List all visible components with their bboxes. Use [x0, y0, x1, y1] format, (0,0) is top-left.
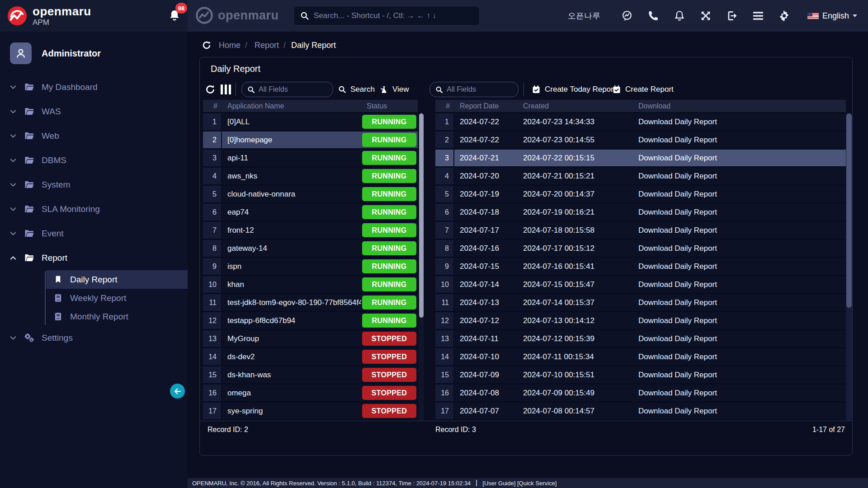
application-row[interactable]: 17sye-springSTOPPED — [203, 403, 418, 421]
application-row[interactable]: 11test-jdk8-tom9-egov-80-190-77bf8564f4R… — [203, 294, 418, 312]
report-row[interactable]: 82024-07-162024-07-17 00:15:12Download D… — [435, 240, 846, 258]
hamburger-menu-icon[interactable] — [752, 10, 764, 22]
openmaru-logo-icon[interactable] — [7, 5, 28, 26]
openmaru-chat-icon[interactable] — [621, 10, 633, 22]
breadcrumb-home[interactable]: Home — [219, 41, 241, 50]
sidebar-item-system[interactable]: System — [0, 173, 188, 197]
download-daily-report-link[interactable]: Download Daily Report — [633, 204, 773, 222]
download-daily-report-link[interactable]: Download Daily Report — [633, 294, 773, 312]
footer-links[interactable]: [User Guide] [Quick Service] — [482, 480, 557, 487]
application-row[interactable]: 4aws_nksRUNNING — [203, 168, 418, 186]
column-header-status[interactable]: Status — [361, 100, 418, 112]
application-row[interactable]: 10khanRUNNING — [203, 276, 418, 294]
sidebar-item-web[interactable]: Web — [0, 124, 188, 148]
report-row[interactable]: 172024-07-072024-07-08 00:14:57Download … — [435, 403, 846, 421]
columns-icon[interactable] — [221, 84, 231, 94]
application-row[interactable]: 5cloud-native-onnaraRUNNING — [203, 186, 418, 204]
application-row[interactable]: 13MyGroupSTOPPED — [203, 330, 418, 348]
report-row[interactable]: 92024-07-152024-07-16 00:15:41Download D… — [435, 258, 846, 276]
column-header-report-date[interactable]: Report Date — [454, 100, 518, 112]
view-button[interactable]: View — [380, 82, 409, 97]
breadcrumb-report[interactable]: Report — [255, 41, 279, 50]
bell-icon[interactable] — [674, 10, 685, 22]
download-daily-report-link[interactable]: Download Daily Report — [633, 168, 773, 186]
scrollbar-thumb[interactable] — [846, 113, 852, 308]
sidebar-item-settings[interactable]: Settings — [0, 326, 188, 350]
sidebar-item-sla-monitoring[interactable]: SLA Monitoring — [0, 197, 188, 221]
user-card[interactable]: Administrator — [0, 32, 188, 64]
report-row[interactable]: 72024-07-172024-07-18 00:15:58Download D… — [435, 222, 846, 240]
report-row[interactable]: 132024-07-112024-07-12 00:15:39Download … — [435, 330, 846, 348]
application-row[interactable]: 8gateway-14RUNNING — [203, 240, 418, 258]
report-table-scrollbar[interactable] — [846, 113, 852, 421]
application-row[interactable]: 2[0]homepageRUNNING — [203, 131, 418, 150]
notification-count-badge[interactable]: 98 — [175, 3, 187, 14]
report-row[interactable]: 62024-07-182024-07-19 00:16:21Download D… — [435, 204, 846, 222]
search-button[interactable]: Search — [338, 82, 385, 97]
report-row[interactable]: 102024-07-142024-07-15 00:15:47Download … — [435, 276, 846, 294]
global-search-input[interactable] — [314, 11, 473, 20]
report-row[interactable]: 42024-07-202024-07-21 00:15:21Download D… — [435, 168, 846, 186]
refresh-icon[interactable] — [202, 40, 212, 50]
create-report-button[interactable]: Create Report — [612, 82, 674, 97]
logged-in-user[interactable]: 오픈나루 — [568, 10, 600, 21]
column-header-created[interactable]: Created — [518, 100, 633, 112]
application-row[interactable]: 15ds-khan-wasSTOPPED — [203, 366, 418, 385]
download-daily-report-link[interactable]: Download Daily Report — [633, 150, 773, 168]
application-table-scrollbar[interactable] — [419, 113, 424, 421]
create-today-report-button[interactable]: Create Today Report — [532, 82, 616, 97]
download-daily-report-link[interactable]: Download Daily Report — [633, 222, 773, 240]
app-filter-field[interactable] — [241, 82, 333, 97]
download-daily-report-link[interactable]: Download Daily Report — [633, 113, 773, 131]
report-filter-field[interactable] — [429, 82, 519, 97]
gear-icon[interactable] — [778, 10, 790, 22]
column-header-number[interactable]: # — [435, 100, 454, 112]
sidebar-item-event[interactable]: Event — [0, 221, 188, 246]
phone-icon[interactable] — [647, 10, 659, 22]
application-row[interactable]: 9ispnRUNNING — [203, 258, 418, 276]
sign-out-icon[interactable] — [726, 10, 738, 22]
report-row[interactable]: 22024-07-222024-07-23 00:14:55Download D… — [435, 131, 846, 150]
column-header-application-name[interactable]: Application Name — [222, 100, 361, 112]
application-row[interactable]: 16omegaSTOPPED — [203, 385, 418, 403]
column-header-download[interactable]: Download — [633, 100, 773, 112]
sidebar-item-daily-report[interactable]: Daily Report — [46, 270, 188, 289]
scrollbar-thumb[interactable] — [419, 113, 424, 318]
download-daily-report-link[interactable]: Download Daily Report — [633, 403, 773, 421]
download-daily-report-link[interactable]: Download Daily Report — [633, 240, 773, 258]
refresh-icon[interactable] — [205, 84, 216, 95]
application-row[interactable]: 14ds-dev2STOPPED — [203, 348, 418, 366]
report-row[interactable]: 122024-07-122024-07-13 00:14:12Download … — [435, 312, 846, 330]
sidebar-item-my-dashboard[interactable]: My Dashboard — [0, 75, 188, 99]
application-row[interactable]: 12testapp-6f8cd67b94RUNNING — [203, 312, 418, 330]
report-row[interactable]: 12024-07-222024-07-23 14:34:33Download D… — [435, 113, 846, 131]
application-row[interactable]: 7front-12RUNNING — [203, 222, 418, 240]
sidebar-item-weekly-report[interactable]: Weekly Report — [0, 289, 188, 307]
sidebar-item-dbms[interactable]: DBMS — [0, 148, 188, 173]
download-daily-report-link[interactable]: Download Daily Report — [633, 276, 773, 294]
application-row[interactable]: 6eap74RUNNING — [203, 204, 418, 222]
download-daily-report-link[interactable]: Download Daily Report — [633, 348, 773, 366]
report-row[interactable]: 152024-07-092024-07-10 00:15:51Download … — [435, 366, 846, 385]
download-daily-report-link[interactable]: Download Daily Report — [633, 385, 773, 403]
download-daily-report-link[interactable]: Download Daily Report — [633, 312, 773, 330]
download-daily-report-link[interactable]: Download Daily Report — [633, 258, 773, 276]
sidebar-collapse-button[interactable] — [170, 384, 185, 399]
report-row[interactable]: 52024-07-192024-07-20 00:14:37Download D… — [435, 186, 846, 204]
global-search[interactable] — [293, 6, 480, 26]
expand-arrows-icon[interactable] — [700, 10, 712, 22]
application-row[interactable]: 3api-11RUNNING — [203, 150, 418, 168]
report-row[interactable]: 142024-07-102024-07-11 00:15:34Download … — [435, 348, 846, 366]
application-row[interactable]: 1[0]ALLRUNNING — [203, 113, 418, 131]
download-daily-report-link[interactable]: Download Daily Report — [633, 131, 773, 150]
sidebar-item-was[interactable]: WAS — [0, 99, 188, 124]
sidebar-item-report[interactable]: Report — [0, 246, 188, 270]
report-row[interactable]: 112024-07-132024-07-14 00:15:37Download … — [435, 294, 846, 312]
download-daily-report-link[interactable]: Download Daily Report — [633, 330, 773, 348]
report-filter-input[interactable] — [447, 85, 513, 94]
report-row[interactable]: 162024-07-082024-07-09 00:15:49Download … — [435, 385, 846, 403]
sidebar-item-monthly-report[interactable]: Monthly Report — [0, 307, 188, 326]
report-row[interactable]: 32024-07-212024-07-22 00:15:15Download D… — [435, 150, 846, 168]
download-daily-report-link[interactable]: Download Daily Report — [633, 186, 773, 204]
app-filter-input[interactable] — [259, 85, 327, 94]
